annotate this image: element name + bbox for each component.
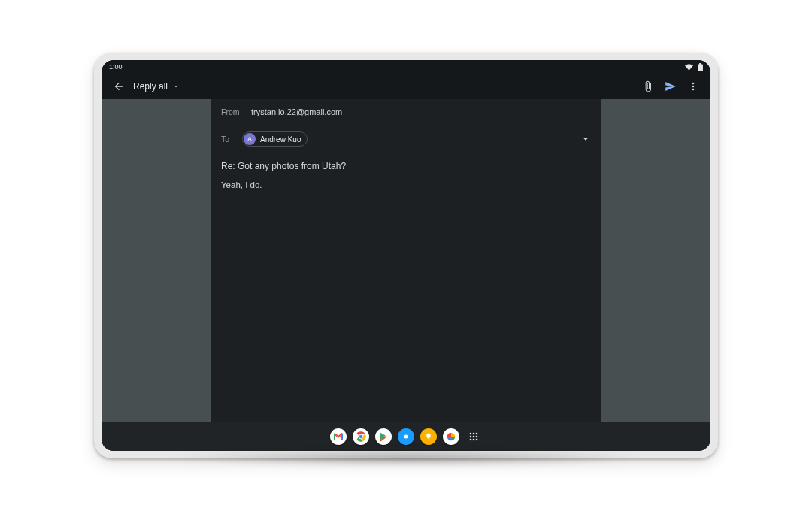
avatar: A — [244, 133, 256, 145]
app-header: Reply all — [102, 74, 710, 99]
content-area: From trystan.io.22@gmail.com To A Andrew… — [102, 99, 710, 451]
recipient-chip[interactable]: A Andrew Kuo — [242, 132, 308, 147]
wifi-icon — [685, 64, 693, 71]
svg-point-5 — [470, 433, 472, 435]
reply-mode-dropdown[interactable] — [168, 75, 184, 98]
app-drawer-button[interactable] — [465, 428, 482, 445]
to-label: To — [221, 135, 235, 144]
header-title: Reply all — [133, 81, 168, 92]
more-button[interactable] — [682, 75, 704, 98]
photos-app-icon[interactable] — [443, 428, 459, 445]
svg-point-10 — [476, 436, 478, 438]
screen: 1:00 Reply all — [102, 60, 710, 451]
svg-point-6 — [473, 433, 475, 435]
taskbar — [102, 422, 710, 451]
to-row[interactable]: To A Andrew Kuo — [211, 125, 601, 153]
status-bar: 1:00 — [102, 60, 710, 74]
from-row[interactable]: From trystan.io.22@gmail.com — [211, 99, 601, 125]
play-store-app-icon[interactable] — [375, 428, 392, 445]
svg-point-8 — [470, 436, 472, 438]
send-button[interactable] — [659, 75, 682, 98]
back-button[interactable] — [108, 75, 130, 98]
svg-point-9 — [473, 436, 475, 438]
svg-point-7 — [476, 433, 478, 435]
camera-app-icon[interactable] — [398, 428, 414, 445]
status-icons — [685, 63, 703, 71]
svg-point-11 — [470, 439, 472, 441]
recipient-name: Andrew Kuo — [260, 135, 301, 144]
expand-recipients-button[interactable] — [580, 134, 591, 144]
subject-field[interactable]: Re: Got any photos from Utah? — [211, 153, 601, 177]
body-field[interactable]: Yeah, I do. — [211, 177, 601, 434]
status-time: 1:00 — [109, 63, 123, 71]
from-label: From — [221, 107, 244, 116]
chrome-app-icon[interactable] — [353, 428, 369, 445]
from-value: trystan.io.22@gmail.com — [251, 107, 342, 116]
keep-app-icon[interactable] — [420, 428, 437, 445]
battery-icon — [698, 63, 703, 71]
gmail-app-icon[interactable] — [330, 428, 347, 445]
svg-point-12 — [473, 439, 475, 441]
compose-panel: From trystan.io.22@gmail.com To A Andrew… — [211, 99, 601, 451]
svg-point-13 — [476, 439, 478, 441]
attach-button[interactable] — [637, 75, 659, 98]
tablet-frame: 1:00 Reply all — [94, 53, 718, 458]
svg-point-3 — [404, 435, 408, 439]
